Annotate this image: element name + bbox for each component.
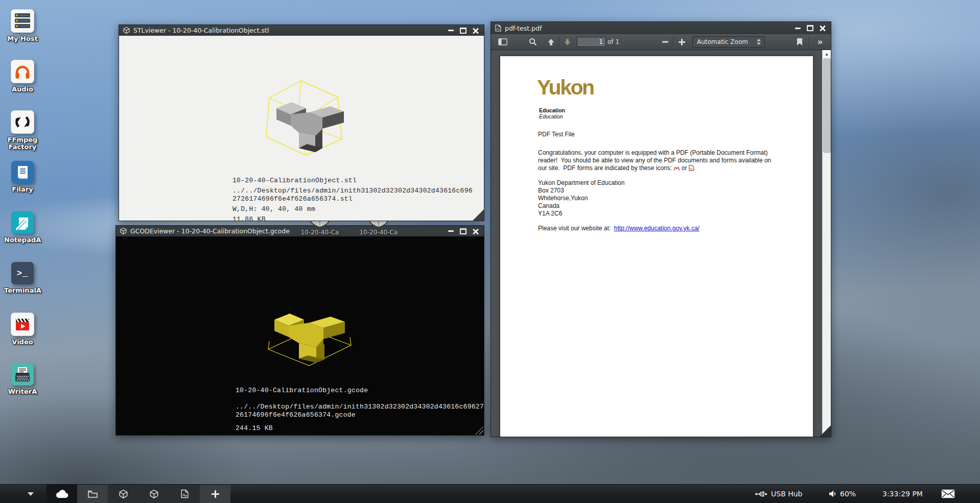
scrollbar-thumb[interactable] [823, 59, 831, 153]
cloud-icon [55, 490, 69, 498]
pdf-address-line: Y1A 2C6 [538, 210, 562, 217]
page-count-label: of 1 [608, 38, 619, 45]
maximize-button[interactable] [807, 25, 813, 31]
desktop-icon-video[interactable]: Video [4, 313, 41, 346]
desktop-icon-audio[interactable]: Audio [4, 60, 41, 93]
pdf-viewer-window: pdf-test.pdf [491, 21, 831, 437]
pdf-file-icon [495, 25, 501, 32]
desktop-icon-terminala[interactable]: >_ TerminalA [4, 262, 41, 294]
pdf-address-line: Box 2703 [538, 187, 564, 194]
envelope-icon [941, 489, 955, 498]
desktop-icon-writera[interactable]: WriterA [4, 363, 41, 395]
desktop-icon-label: WriterA [4, 388, 41, 395]
speaker-icon [829, 490, 836, 497]
next-page-button[interactable] [561, 36, 574, 48]
gcode-window-title: GCODEviewer - 10-20-40-CalibrationObject… [130, 227, 290, 235]
plus-icon [679, 39, 685, 45]
mail-status[interactable] [941, 485, 955, 503]
pdf-address-line: Whitehorse,Yukon [538, 195, 588, 202]
recycle-arrows-icon [11, 110, 34, 134]
stl-viewer-window: STLviewer - 10-20-40-CalibrationObject.s… [119, 25, 484, 221]
pdf-window-title: pdf-test.pdf [505, 25, 542, 32]
website-prefix: Please visit our website at: [538, 225, 614, 232]
zoom-level-value: Automatic Zoom [697, 38, 748, 45]
close-button[interactable] [473, 228, 479, 234]
arrow-up-icon [547, 38, 555, 46]
previous-page-button[interactable] [544, 36, 557, 48]
yukon-logo: Yukon [537, 76, 594, 100]
pdf-scrollbar[interactable]: ▲ ▼ [822, 50, 831, 437]
resize-grip[interactable] [820, 425, 831, 437]
task-button-pdfviewer[interactable] [169, 485, 200, 503]
zoom-out-button[interactable] [660, 36, 671, 48]
folder-icon [88, 490, 98, 498]
scroll-up-arrow[interactable]: ▲ [823, 50, 831, 58]
acrobat-icon [673, 165, 680, 171]
cube-icon [150, 490, 158, 498]
cube-icon [123, 27, 130, 34]
resize-grip[interactable] [473, 209, 484, 221]
zoom-level-select[interactable]: Automatic Zoom [692, 36, 765, 47]
pdf-window-titlebar[interactable]: pdf-test.pdf [491, 22, 831, 34]
task-button-stlviewer[interactable] [108, 485, 138, 503]
usb-status[interactable]: USB Hub [755, 485, 802, 503]
usb-label: USB Hub [771, 490, 802, 498]
sidebar-toggle-icon [498, 38, 507, 45]
stl-window-titlebar[interactable]: STLviewer - 10-20-40-CalibrationObject.s… [119, 25, 484, 36]
stl-window-title: STLviewer - 10-20-40-CalibrationObject.s… [133, 27, 269, 34]
maximize-button[interactable] [460, 28, 466, 34]
toolbar-separator [673, 37, 674, 47]
chevron-down-icon [28, 492, 34, 496]
resize-grip[interactable] [474, 425, 483, 435]
double-chevron-glyph: » [818, 37, 823, 47]
terminal-prompt-glyph: >_ [17, 269, 28, 278]
desktop-icon-label: NotepadA [4, 236, 41, 244]
pdf-file-icon [181, 489, 189, 498]
pdf-paragraph-text: . [694, 164, 695, 172]
bookmark-button[interactable] [794, 36, 806, 48]
zoom-in-button[interactable] [676, 36, 687, 48]
search-icon [529, 38, 537, 46]
stl-dimensions: W,D,H: 40, 40, 40 mm [232, 205, 315, 213]
minus-icon [662, 41, 668, 43]
pdf-page: Yukon Education Éducation PDF Test File … [500, 56, 813, 437]
desktop-icon-notepada[interactable]: NotepadA [4, 211, 41, 244]
headphones-icon [11, 60, 34, 83]
task-button-gcodeviewer[interactable] [138, 485, 169, 503]
minimize-button[interactable] [448, 30, 454, 31]
close-button[interactable] [820, 25, 826, 31]
volume-status[interactable]: 60% [829, 485, 856, 503]
pdf-address-line: Yukon Department of Education [538, 179, 624, 186]
pdf-paragraph-line: our site. PDF forms are indicated by the… [538, 164, 695, 172]
gcode-path-line2: 26174696f6e4f626a656374.gcode [236, 411, 356, 419]
gcode-path-line1: ../../Desktop/files/admin/inith31302d323… [236, 403, 484, 411]
task-button-files[interactable] [77, 485, 108, 503]
find-button[interactable] [527, 36, 539, 48]
desktop-icon-ffmpeg-factory[interactable]: FFmpeg Factory [4, 110, 41, 151]
taskbar-collapse-button[interactable] [20, 485, 41, 503]
new-window-button[interactable] [200, 485, 230, 503]
minimize-button[interactable] [448, 230, 454, 232]
task-button-cloud[interactable] [46, 485, 77, 503]
pdf-form-icon [689, 165, 694, 171]
stl-3d-viewport[interactable]: 10-20-40-CalibrationObject.stl ../../Des… [119, 36, 484, 221]
gcode-3d-viewport[interactable]: 10-20-40-CalibrationObject.gcode ../../D… [116, 236, 484, 435]
pdf-address-line: Canada [538, 202, 559, 209]
gcode-filename: 10-20-40-CalibrationObject.gcode [236, 387, 368, 394]
gcode-model-preview [259, 290, 359, 372]
more-tools-button[interactable]: » [813, 36, 827, 48]
page-number-input[interactable] [577, 37, 606, 47]
clapperboard-icon [11, 313, 34, 336]
desktop-icon-my-host[interactable]: My Host [4, 9, 41, 42]
notepad-icon [11, 211, 34, 234]
website-link[interactable]: http://www.education.gov.yk.ca/ [614, 225, 699, 232]
clock-time: 3:33:29 PM [882, 490, 923, 498]
toolbar-separator [559, 37, 559, 47]
gcode-filesize: 244.15 KB [236, 424, 273, 432]
typewriter-icon [11, 363, 34, 386]
desktop-icon-filary[interactable]: Filary [4, 161, 41, 193]
sidebar-toggle-button[interactable] [496, 36, 509, 48]
maximize-button[interactable] [460, 228, 466, 234]
close-button[interactable] [473, 28, 479, 34]
minimize-button[interactable] [795, 28, 801, 29]
